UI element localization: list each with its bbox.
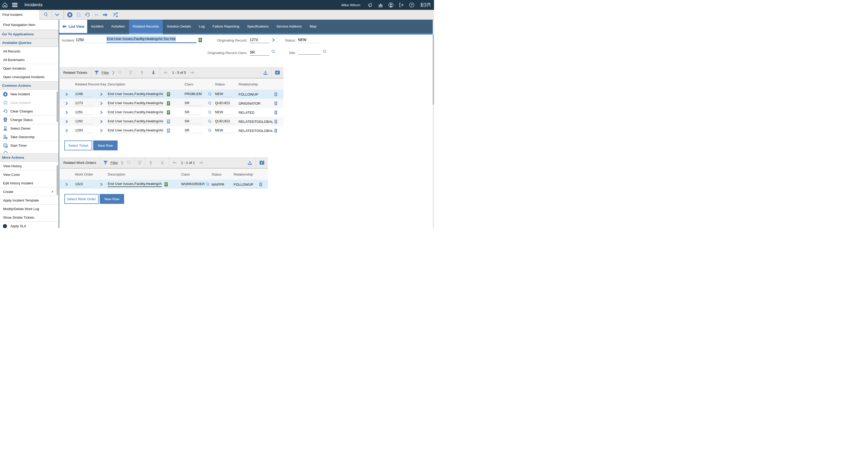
ticket-status[interactable]: QUEUED bbox=[215, 119, 233, 124]
sidebar-item-clear-changes[interactable]: Clear Changes bbox=[0, 107, 59, 116]
next-page-icon[interactable] bbox=[197, 159, 205, 166]
table-search-icon[interactable] bbox=[116, 68, 124, 77]
menu-icon[interactable] bbox=[10, 0, 20, 10]
expand-row-icon[interactable] bbox=[65, 129, 68, 132]
previous-record-icon[interactable] bbox=[92, 11, 101, 19]
ticket-key[interactable]: 1292 bbox=[75, 119, 93, 124]
page-scrollbar[interactable] bbox=[433, 20, 434, 228]
new-work-order-row-button[interactable]: New Row bbox=[100, 194, 124, 204]
detail-arrow-icon[interactable] bbox=[100, 129, 103, 132]
tab-specifications[interactable]: Specifications bbox=[243, 20, 273, 33]
ticket-status[interactable]: NEW bbox=[215, 110, 233, 115]
sidebar-item-start-timer[interactable]: Start Timer bbox=[0, 141, 59, 150]
sidebar-header-common-actions[interactable]: Common Actions bbox=[0, 81, 59, 90]
sidebar-item-view-costs[interactable]: View Costs bbox=[0, 170, 59, 179]
more-actions-scrollbar[interactable] bbox=[57, 165, 58, 195]
detail-arrow-icon[interactable] bbox=[100, 183, 103, 186]
announcements-icon[interactable] bbox=[366, 1, 374, 9]
filter-link[interactable]: Filter bbox=[101, 71, 109, 74]
originating-record-value[interactable]: 1273 bbox=[250, 38, 270, 43]
filter-expand-icon[interactable]: ❯ bbox=[120, 160, 124, 164]
chevron-down-icon[interactable] bbox=[53, 11, 62, 19]
tab-log[interactable]: Log bbox=[195, 20, 209, 33]
sidebar-item-all-records[interactable]: All Records bbox=[0, 47, 59, 56]
sidebar-item-open-incidents[interactable]: Open Incidents bbox=[0, 64, 59, 73]
status-lookup-icon[interactable] bbox=[208, 119, 212, 124]
status-lookup-icon[interactable] bbox=[206, 182, 210, 186]
profile-icon[interactable] bbox=[387, 1, 395, 9]
detail-arrow-icon[interactable] bbox=[100, 92, 103, 96]
download-icon[interactable] bbox=[246, 159, 254, 166]
previous-page-icon[interactable] bbox=[170, 159, 178, 166]
ticket-status[interactable]: NEW bbox=[215, 92, 233, 97]
sidebar-item-create[interactable]: Create bbox=[0, 187, 59, 196]
previous-row-icon[interactable] bbox=[138, 68, 146, 77]
expand-row-icon[interactable] bbox=[65, 120, 68, 123]
sidebar-item-open-unassigned-incidents[interactable]: Open Unassigned Incidents bbox=[0, 73, 59, 81]
table-row[interactable]: 1291 End User Issues,Facility,Heating/Ai… bbox=[60, 108, 283, 117]
long-description-icon[interactable] bbox=[167, 101, 170, 105]
long-description-icon[interactable] bbox=[167, 119, 170, 124]
reports-icon[interactable] bbox=[376, 1, 385, 9]
minimize-table-icon[interactable] bbox=[258, 159, 266, 166]
originating-record-class-lookup-icon[interactable] bbox=[271, 50, 276, 54]
next-row-icon[interactable] bbox=[158, 159, 166, 166]
ticket-class[interactable]: SR bbox=[185, 101, 202, 106]
site-lookup-icon[interactable] bbox=[323, 50, 327, 54]
description-field[interactable]: End User Issues,Facility,Heating/Air,Too… bbox=[106, 37, 196, 43]
long-description-icon[interactable] bbox=[167, 110, 170, 115]
sidebar-item-change-status[interactable]: Change Status bbox=[0, 116, 59, 124]
table-row[interactable]: 1292 End User Issues,Facility,Heating/Ai… bbox=[60, 117, 283, 126]
delete-row-icon[interactable] bbox=[274, 119, 277, 123]
common-actions-scrollbar[interactable] bbox=[57, 91, 58, 122]
delete-row-icon[interactable] bbox=[259, 182, 262, 186]
filter-icon[interactable] bbox=[102, 159, 110, 166]
workflow-icon[interactable] bbox=[111, 11, 120, 19]
sign-out-icon[interactable] bbox=[397, 1, 405, 9]
expand-row-icon[interactable] bbox=[65, 92, 68, 96]
status-lookup-icon[interactable] bbox=[208, 110, 212, 115]
sidebar-item-edit-history-incident[interactable]: Edit History Incident bbox=[0, 179, 59, 187]
ticket-key[interactable]: 1293 bbox=[75, 128, 93, 133]
select-ticket-button[interactable]: Select Ticket bbox=[64, 141, 92, 150]
detail-arrow-icon[interactable] bbox=[100, 111, 103, 114]
tab-related-records[interactable]: Related Records bbox=[129, 20, 163, 33]
save-record-icon[interactable] bbox=[74, 11, 83, 19]
tab-activities[interactable]: Activities bbox=[107, 20, 129, 33]
next-row-icon[interactable] bbox=[150, 68, 157, 77]
sidebar-item-all-bookmarks[interactable]: All Bookmarks bbox=[0, 56, 59, 64]
ticket-key[interactable]: 1248 bbox=[75, 92, 93, 97]
next-page-icon[interactable] bbox=[188, 68, 196, 77]
tab-service-address[interactable]: Service Address bbox=[273, 20, 306, 33]
clear-filter-icon[interactable] bbox=[127, 68, 135, 77]
filter-expand-icon[interactable]: ❯ bbox=[112, 70, 115, 74]
filter-icon[interactable] bbox=[93, 68, 100, 77]
previous-row-icon[interactable] bbox=[147, 159, 155, 166]
sidebar-item-take-ownership[interactable]: Take Ownership bbox=[0, 133, 59, 141]
long-description-icon[interactable] bbox=[164, 182, 168, 186]
detail-arrow-icon[interactable] bbox=[100, 101, 103, 105]
sidebar-item-new-incident[interactable]: New Incident bbox=[0, 90, 59, 98]
find-navigation-input[interactable]: Find Navigation Item bbox=[0, 20, 59, 30]
delete-row-icon[interactable] bbox=[274, 101, 277, 105]
ticket-description[interactable]: End User Issues,Facility,Heating/Air,Too bbox=[108, 101, 163, 106]
home-icon[interactable] bbox=[0, 0, 10, 10]
table-row[interactable]: 1293 End User Issues,Facility,Heating/Ai… bbox=[60, 126, 283, 135]
detail-arrow-icon[interactable] bbox=[100, 120, 103, 123]
table-row[interactable]: 1248 End User Issues,Facility,Heating/Ai… bbox=[60, 90, 283, 99]
ticket-class[interactable]: PROBLEM bbox=[185, 92, 202, 97]
new-record-icon[interactable] bbox=[65, 11, 74, 19]
expand-row-icon[interactable] bbox=[65, 183, 68, 186]
long-description-icon[interactable] bbox=[167, 92, 170, 96]
status-lookup-icon[interactable] bbox=[208, 92, 212, 96]
table-row[interactable]: 1273 End User Issues,Facility,Heating/Ai… bbox=[60, 99, 283, 108]
ticket-status[interactable]: QUEUED bbox=[215, 101, 233, 106]
tab-solution-details[interactable]: Solution Details bbox=[163, 20, 195, 33]
work-order-description[interactable]: End User Issues,Facility,Heating/Air,Too bbox=[108, 182, 162, 187]
table-row[interactable]: 1323 End User Issues,Facility,Heating/Ai… bbox=[60, 180, 268, 189]
expand-row-icon[interactable] bbox=[65, 101, 68, 105]
ticket-class[interactable]: SR bbox=[185, 119, 202, 124]
ticket-description[interactable]: End User Issues,Facility,Heating/Air,Too bbox=[108, 119, 163, 124]
delete-row-icon[interactable] bbox=[274, 128, 277, 132]
previous-page-icon[interactable] bbox=[162, 68, 169, 77]
